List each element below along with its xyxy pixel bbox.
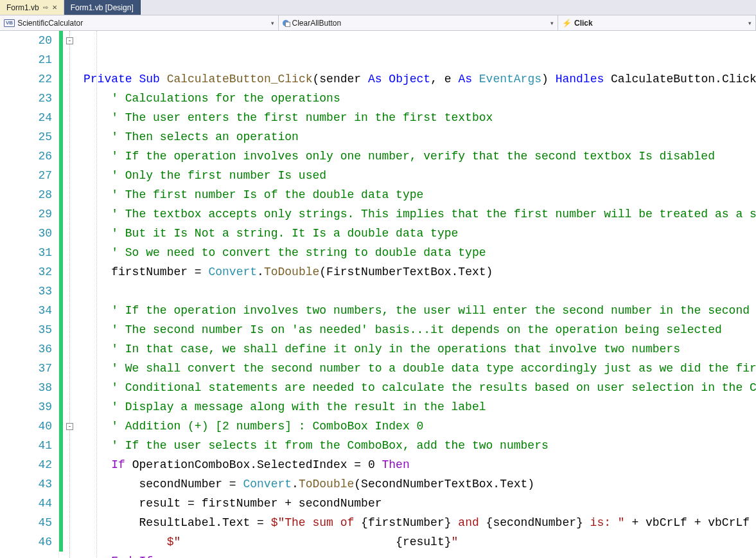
line-number: 37 [0, 359, 52, 378]
code-line[interactable]: ' The first number Is of the double data… [84, 185, 756, 204]
line-number: 28 [0, 185, 52, 204]
tab-form1-vb[interactable]: Form1.vb ⇨ ✕ [0, 0, 64, 15]
line-number: 24 [0, 108, 52, 127]
outline-column: -- [63, 31, 82, 558]
code-line[interactable]: ' But it Is Not a string. It Is a double… [84, 224, 756, 243]
tab-label: Form1.vb [Design] [71, 3, 134, 12]
line-number: 27 [0, 166, 52, 185]
code-line[interactable] [84, 282, 756, 301]
line-number: 44 [0, 494, 52, 513]
chevron-down-icon: ▾ [550, 20, 554, 26]
line-number: 29 [0, 204, 52, 224]
pin-icon[interactable]: ⇨ [43, 4, 48, 11]
line-number: 46 [0, 532, 52, 552]
code-line[interactable]: ResultLabel.Text = $"The sum of {firstNu… [84, 513, 756, 532]
code-area[interactable]: Private Sub CalculateButton_Click(sender… [82, 31, 756, 558]
code-line[interactable]: ' Addition (+) [2 numbers] : ComboBox In… [84, 417, 756, 436]
member-name: ClearAllButton [292, 19, 341, 28]
code-line[interactable]: ' Only the first number Is used [84, 166, 756, 185]
line-number: 20 [0, 31, 52, 50]
line-number: 41 [0, 436, 52, 455]
tab-strip: Form1.vb ⇨ ✕ Form1.vb [Design] [0, 0, 756, 15]
member-dropdown[interactable]: ClearAllButton ▾ [279, 15, 558, 30]
code-line[interactable]: ' So we need to convert the string to do… [84, 243, 756, 262]
line-number: 21 [0, 50, 52, 69]
line-number: 43 [0, 474, 52, 494]
line-number: 36 [0, 339, 52, 359]
code-line[interactable]: ' Display a message along with the resul… [84, 397, 756, 417]
code-line[interactable]: firstNumber = Convert.ToDouble(FirstNumb… [84, 262, 756, 282]
code-line[interactable]: ' In that case, we shall define it only … [84, 339, 756, 359]
line-number: 34 [0, 301, 52, 320]
line-number: 22 [0, 69, 52, 89]
object-icon [283, 20, 289, 26]
code-line[interactable]: $" {result}" [84, 532, 756, 552]
line-number: 39 [0, 397, 52, 417]
project-name: ScientificCalculator [17, 19, 83, 28]
navigation-bar: VB ScientificCalculator ▾ ClearAllButton… [0, 15, 756, 31]
line-number: 32 [0, 262, 52, 282]
tab-form1-vb-design[interactable]: Form1.vb [Design] [64, 0, 141, 15]
code-line[interactable]: ' The second number Is on 'as needed' ba… [84, 320, 756, 339]
line-number: 45 [0, 513, 52, 532]
line-number-gutter: 2021222324252627282930313233343536373839… [0, 31, 59, 558]
code-line[interactable]: result = firstNumber + secondNumber [84, 494, 756, 513]
line-number: 26 [0, 147, 52, 166]
code-line[interactable]: Private Sub CalculateButton_Click(sender… [84, 69, 756, 89]
lightning-icon: ⚡ [562, 19, 572, 28]
line-number: 35 [0, 320, 52, 339]
chevron-down-icon: ▾ [748, 20, 752, 26]
code-line[interactable]: End If [84, 552, 756, 558]
code-line[interactable]: If OperationComboBox.SelectedIndex = 0 T… [84, 455, 756, 474]
close-icon[interactable]: ✕ [52, 4, 57, 11]
code-line[interactable]: ' The textbox accepts only strings. This… [84, 204, 756, 224]
code-line[interactable]: ' If the operation involves two numbers,… [84, 301, 756, 320]
project-dropdown[interactable]: VB ScientificCalculator ▾ [0, 15, 279, 30]
line-number: 23 [0, 89, 52, 108]
code-line[interactable]: ' Conditional statements are needed to c… [84, 378, 756, 397]
code-line[interactable]: ' Calculations for the operations [84, 89, 756, 108]
line-number: 42 [0, 455, 52, 474]
code-line[interactable]: ' We shall convert the second number to … [84, 359, 756, 378]
event-dropdown[interactable]: ⚡ Click ▾ [558, 15, 756, 30]
code-line[interactable]: ' If the operation involves only one num… [84, 147, 756, 166]
tab-label: Form1.vb [6, 3, 39, 12]
vb-icon: VB [4, 19, 15, 27]
chevron-down-icon: ▾ [271, 20, 274, 26]
code-line[interactable]: ' If the user selects it from the ComboB… [84, 436, 756, 455]
code-editor[interactable]: 2021222324252627282930313233343536373839… [0, 31, 756, 558]
line-number: 31 [0, 243, 52, 262]
fold-toggle[interactable]: - [66, 37, 73, 44]
line-number: 25 [0, 127, 52, 147]
event-name: Click [574, 19, 593, 28]
code-line[interactable]: ' Then selects an operation [84, 127, 756, 147]
line-number: 30 [0, 224, 52, 243]
code-line[interactable]: secondNumber = Convert.ToDouble(SecondNu… [84, 474, 756, 494]
line-number: 38 [0, 378, 52, 397]
line-number: 40 [0, 417, 52, 436]
line-number: 33 [0, 282, 52, 301]
fold-toggle[interactable]: - [66, 423, 73, 430]
code-line[interactable]: ' The user enters the first number in th… [84, 108, 756, 127]
